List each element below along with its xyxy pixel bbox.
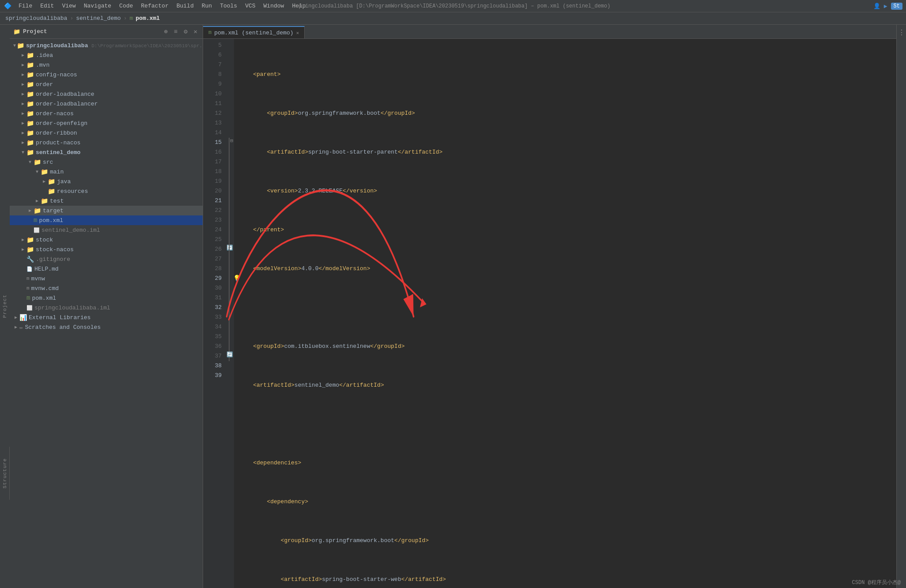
menu-vcs[interactable]: VCS (242, 2, 259, 10)
folder-icon-stock-nacos: 📁 (26, 246, 34, 253)
structure-tab[interactable]: Structure (0, 447, 10, 500)
tree-item-mvnw-cmd[interactable]: m mvnw.cmd (10, 283, 203, 293)
tree-item-scratches[interactable]: ▶ ✏️ Scratches and Consoles (10, 322, 203, 332)
code-line-15: <dependencies> (239, 458, 896, 468)
folder-icon-config-nacos: 📁 (26, 71, 34, 79)
tree-item-stock-nacos[interactable]: ▶ 📁 stock-nacos (10, 245, 203, 254)
expand-arrow: ▶ (20, 111, 26, 116)
expand-arrow: ▶ (20, 62, 26, 68)
code-line-11 (239, 303, 896, 313)
expand-arrow (20, 305, 26, 310)
md-icon: 📄 (26, 266, 33, 272)
iml-icon-root: ⬜ (26, 305, 33, 311)
menu-edit[interactable]: Edit (37, 2, 57, 10)
tree-item-order-nacos[interactable]: ▶ 📁 order-nacos (10, 109, 203, 118)
folder-icon-stock: 📁 (26, 236, 34, 244)
folder-icon-order-openfeign: 📁 (26, 120, 34, 127)
tree-item-order-openfeign[interactable]: ▶ 📁 order-openfeign (10, 118, 203, 128)
tree-item-target[interactable]: ▶ 📁 target (10, 206, 203, 215)
breadcrumb: springcloudalibaba › sentinel_demo › m p… (0, 12, 906, 25)
run-icon[interactable]: ▶ (884, 3, 887, 10)
folder-icon-order: 📁 (26, 81, 34, 88)
tree-item-order[interactable]: ▶ 📁 order (10, 79, 203, 89)
tree-item-mvnw[interactable]: m mvnw (10, 274, 203, 283)
expand-arrow (20, 286, 26, 291)
tree-item-main[interactable]: ▼ 📁 main (10, 167, 203, 177)
tab-pom-xml[interactable]: m pom.xml (sentinel_demo) ✕ (203, 26, 305, 38)
tree-item-sentinel-demo[interactable]: ▼ 📁 sentinel_demo (10, 147, 203, 157)
tree-item-order-loadbalance[interactable]: ▶ 📁 order-loadbalance (10, 89, 203, 99)
scratch-icon: ✏️ (19, 324, 23, 331)
lightbulb-icon-29[interactable]: 💡 (233, 275, 241, 282)
tab-close-btn[interactable]: ✕ (296, 30, 299, 36)
expand-arrow: ▶ (20, 140, 26, 145)
menu-code[interactable]: Code (116, 2, 136, 10)
project-tab[interactable]: Project (0, 25, 10, 588)
expand-arrow: ▶ (20, 82, 26, 87)
menu-file[interactable]: File (15, 2, 36, 10)
user-icon[interactable]: 👤 (873, 3, 880, 10)
tree-item-external-libraries[interactable]: ▶ 📊 External Libraries (10, 313, 203, 322)
expand-arrow: ▶ (20, 237, 26, 242)
expand-arrow (20, 257, 26, 262)
expand-arrow (27, 228, 33, 233)
tree-item-sentinel-iml[interactable]: ⬜ sentinel_demo.iml (10, 225, 203, 235)
menu-bar: 🔷 File Edit View Navigate Code Refactor … (0, 0, 906, 12)
gutter: ⊟ 🔄 🔄 (225, 39, 234, 588)
tree-item-java[interactable]: ▶ 📁 java (10, 177, 203, 186)
expand-arrow: ▶ (20, 72, 26, 77)
code-line-5: <parent> (239, 70, 896, 79)
tree-item-test[interactable]: ▶ 📁 test (10, 196, 203, 206)
tree-item-config-nacos[interactable]: ▶ 📁 config-nacos (10, 70, 203, 79)
code-editor[interactable]: <parent> <groupId>org.springframework.bo… (234, 39, 896, 588)
tree-item-resources[interactable]: 📁 resources (10, 186, 203, 196)
menu-view[interactable]: View (58, 2, 79, 10)
tab-file-icon: m (208, 30, 211, 36)
menu-window[interactable]: Window (260, 2, 288, 10)
fold-icon-15[interactable]: ⊟ (230, 138, 233, 143)
tree-item-order-ribbon[interactable]: ▶ 📁 order-ribbon (10, 128, 203, 138)
menu-tools[interactable]: Tools (216, 2, 241, 10)
sync-icon-32[interactable]: 🔄 (226, 351, 233, 358)
sidebar-close-btn[interactable]: ✕ (192, 27, 199, 36)
tree-item-pom-xml[interactable]: m pom.xml (10, 215, 203, 225)
expand-arrow (20, 267, 26, 271)
tree-item-src[interactable]: ▼ 📁 src (10, 157, 203, 167)
editor-content[interactable]: 5 6 7 8 9 10 11 12 13 14 15 16 17 18 19 … (203, 39, 896, 588)
sidebar-locate-btn[interactable]: ⊕ (162, 27, 169, 36)
tree-item-idea[interactable]: ▶ 📁 .idea (10, 50, 203, 60)
tree-item-order-loadbalancer[interactable]: ▶ 📁 order-loadbalancer (10, 99, 203, 109)
expand-arrow: ▼ (13, 43, 16, 48)
sync-icon-21[interactable]: 🔄 (226, 245, 233, 251)
status-button[interactable]: St (891, 3, 902, 10)
sidebar-options-btn[interactable]: ⚙ (182, 27, 189, 36)
tree-item-stock[interactable]: ▶ 📁 stock (10, 235, 203, 245)
tree-item-help-md[interactable]: 📄 HELP.md (10, 264, 203, 274)
menu-refactor[interactable]: Refactor (137, 2, 172, 10)
tree-item-springcloudalibaba[interactable]: ▼ 📁 springcloudalibaba D:\ProgramWorkSpa… (10, 41, 203, 50)
gitignore-icon: 🔧 (26, 256, 34, 263)
menu-build[interactable]: Build (173, 2, 197, 10)
right-panel-icon-1[interactable]: ⋮ (898, 28, 905, 37)
tree-item-gitignore[interactable]: 🔧 .gitignore (10, 254, 203, 264)
expand-arrow: ▶ (20, 130, 26, 136)
folder-icon-order-ribbon: 📁 (26, 129, 34, 137)
folder-icon: 📁 (13, 28, 20, 35)
tree-item-mvn[interactable]: ▶ 📁 .mvn (10, 60, 203, 70)
tree-item-product-nacos[interactable]: ▶ 📁 product-nacos (10, 138, 203, 147)
breadcrumb-module[interactable]: sentinel_demo (76, 15, 121, 22)
expand-arrow: ▶ (20, 247, 26, 252)
expand-arrow (27, 218, 33, 223)
tree-item-pom-xml-root[interactable]: m pom.xml (10, 293, 203, 303)
expand-arrow: ▶ (20, 101, 26, 106)
breadcrumb-file[interactable]: pom.xml (136, 15, 160, 22)
tree-item-springcloudalibaba-iml[interactable]: ⬜ springcloudalibaba.iml (10, 303, 203, 313)
folder-icon-main: 📁 (41, 168, 48, 176)
sidebar-collapse-btn[interactable]: ≡ (172, 27, 179, 36)
breadcrumb-root[interactable]: springcloudalibaba (5, 15, 67, 22)
menu-navigate[interactable]: Navigate (80, 2, 115, 10)
menu-run[interactable]: Run (198, 2, 215, 10)
sidebar-tree[interactable]: ▼ 📁 springcloudalibaba D:\ProgramWorkSpa… (10, 39, 203, 588)
project-label: Project (2, 294, 8, 318)
expand-arrow (20, 296, 26, 301)
